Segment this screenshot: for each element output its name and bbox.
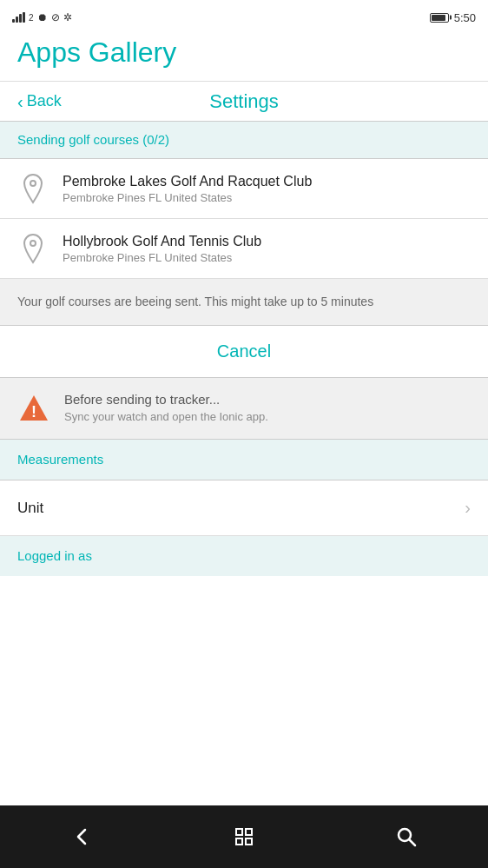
notice-text: Your golf courses are beeing sent. This … bbox=[17, 295, 373, 308]
svg-text:!: ! bbox=[31, 403, 36, 421]
location-pin-icon-1 bbox=[17, 173, 49, 204]
svg-point-0 bbox=[30, 181, 36, 186]
network-icon: 2 bbox=[29, 13, 34, 23]
back-chevron-icon: ‹ bbox=[17, 93, 23, 110]
status-right: 5:50 bbox=[430, 11, 476, 24]
back-label: Back bbox=[27, 92, 62, 110]
nav-title: Settings bbox=[209, 90, 279, 113]
unit-row[interactable]: Unit › bbox=[0, 480, 488, 536]
notice-area: Your golf courses are beeing sent. This … bbox=[0, 279, 488, 326]
recording-icon: ⏺ bbox=[37, 11, 48, 23]
course-info-1: Pembroke Lakes Golf And Racquet Club Pem… bbox=[63, 174, 312, 204]
course-item-2: Hollybrook Golf And Tennis Club Pembroke… bbox=[0, 219, 488, 279]
status-icons: 2 ⏺ ⊘ ✲ bbox=[12, 11, 72, 23]
nav-home-button[interactable] bbox=[218, 811, 270, 863]
warning-subtitle: Sync your watch and open the Ionic app. bbox=[64, 410, 268, 423]
course-name-2: Hollybrook Golf And Tennis Club bbox=[63, 234, 261, 249]
unit-chevron-icon: › bbox=[465, 498, 471, 518]
course-location-1: Pembroke Pines FL United States bbox=[63, 191, 312, 204]
warning-triangle-icon: ! bbox=[17, 392, 50, 425]
nav-bar: ‹ Back Settings bbox=[0, 82, 488, 121]
sending-header-text: Sending golf courses (0/2) bbox=[17, 132, 169, 147]
app-title-bar: Apps Gallery bbox=[0, 31, 488, 81]
svg-point-1 bbox=[30, 241, 36, 246]
time-display: 5:50 bbox=[454, 11, 476, 24]
svg-rect-6 bbox=[236, 838, 242, 845]
warning-title: Before sending to tracker... bbox=[64, 392, 268, 407]
measurements-label: Measurements bbox=[17, 452, 103, 467]
warning-content: Before sending to tracker... Sync your w… bbox=[64, 392, 268, 423]
logged-in-section: Logged in as bbox=[0, 536, 488, 576]
unit-label: Unit bbox=[17, 500, 43, 517]
bluetooth-icon: ✲ bbox=[63, 11, 72, 23]
sending-header: Sending golf courses (0/2) bbox=[0, 122, 488, 159]
measurements-section: Measurements bbox=[0, 440, 488, 480]
bottom-nav bbox=[0, 805, 488, 868]
nav-search-button[interactable] bbox=[380, 811, 432, 863]
course-location-2: Pembroke Pines FL United States bbox=[63, 251, 261, 264]
course-info-2: Hollybrook Golf And Tennis Club Pembroke… bbox=[63, 234, 261, 264]
svg-line-9 bbox=[410, 840, 416, 846]
location-pin-icon-2 bbox=[17, 233, 49, 264]
svg-rect-7 bbox=[246, 838, 252, 845]
signal-icon bbox=[12, 12, 25, 23]
wifi-icon: ⊘ bbox=[51, 11, 60, 23]
back-button[interactable]: ‹ Back bbox=[17, 92, 62, 110]
logged-in-label: Logged in as bbox=[17, 548, 92, 563]
nav-back-button[interactable] bbox=[56, 811, 108, 863]
svg-rect-4 bbox=[236, 829, 242, 835]
course-name-1: Pembroke Lakes Golf And Racquet Club bbox=[63, 174, 312, 189]
warning-area: ! Before sending to tracker... Sync your… bbox=[0, 378, 488, 440]
cancel-button[interactable]: Cancel bbox=[217, 341, 271, 361]
cancel-area[interactable]: Cancel bbox=[0, 326, 488, 378]
course-item-1: Pembroke Lakes Golf And Racquet Club Pem… bbox=[0, 159, 488, 219]
svg-rect-5 bbox=[246, 829, 252, 835]
app-title: Apps Gallery bbox=[17, 36, 176, 68]
battery-icon bbox=[430, 13, 449, 23]
status-bar: 2 ⏺ ⊘ ✲ 5:50 bbox=[0, 0, 488, 31]
